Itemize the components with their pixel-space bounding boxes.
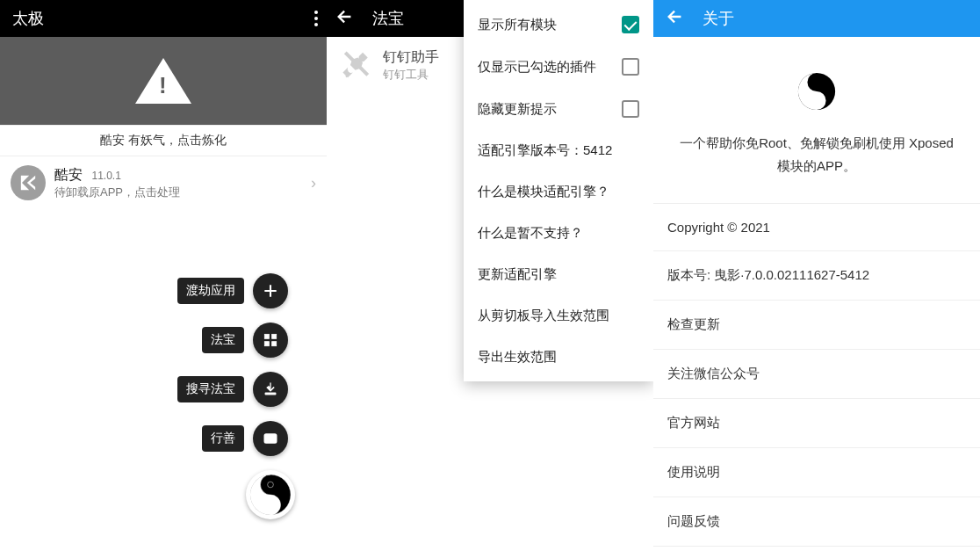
dots-icon [314,11,318,26]
tools-icon [339,47,374,83]
svg-point-9 [268,502,274,508]
svg-point-11 [814,79,819,84]
svg-point-8 [268,482,274,488]
app-info: 酷安 11.0.1 待卸载原APP，点击处理 [54,166,311,200]
menu-import-scope[interactable]: 从剪切板导入生效范围 [464,295,653,337]
fab-add-button[interactable] [253,273,288,308]
about-check-update[interactable]: 检查更新 [653,301,980,350]
app-list-item[interactable]: 酷安 11.0.1 待卸载原APP，点击处理 › [0,156,327,209]
menu-what-engine[interactable]: 什么是模块适配引擎？ [464,171,653,213]
warning-banner[interactable] [0,37,327,125]
about-website[interactable]: 官方网站 [653,399,980,448]
appbar-about: 关于 [653,0,980,37]
menu-label: 从剪切板导入生效范围 [478,308,609,324]
menu-label: 什么是模块适配引擎？ [478,184,609,200]
svg-rect-2 [264,342,269,346]
menu-label: 什么是暂不支持？ [478,225,583,242]
menu-show-checked[interactable]: 仅显示已勾选的插件 [464,46,653,88]
fab-money-button[interactable]: $ [253,421,288,456]
module-name: 钉钉助手 [383,48,439,67]
fab-download-button[interactable] [253,372,288,407]
about-wechat[interactable]: 关注微信公众号 [653,350,980,399]
app-icon [11,165,46,200]
svg-rect-0 [264,334,269,338]
dropdown-menu: 显示所有模块 仅显示已勾选的插件 隐藏更新提示 适配引擎版本号：5412 什么是… [464,0,653,381]
module-subtitle: 钉钉工具 [383,67,439,83]
app-name: 酷安 [54,167,83,182]
svg-rect-3 [272,342,277,346]
appbar-title: 法宝 [372,8,404,29]
about-description: 一个帮助你免Root、免解锁免刷机使用 Xposed 模块的APP。 [653,132,980,203]
fab-label-transfer: 渡劫应用 [177,278,244,304]
checkbox-icon [622,16,639,33]
appbar-title: 关于 [703,8,734,29]
menu-label: 显示所有模块 [478,17,557,33]
menu-engine-version[interactable]: 适配引擎版本号：5412 [464,130,653,171]
back-button[interactable] [666,7,685,30]
menu-label: 适配引擎版本号：5412 [478,142,612,159]
about-version[interactable]: 版本号: 曳影·7.0.0.02111627-5412 [653,251,980,301]
yinyang-icon [797,72,836,111]
appbar-main: 太极 [0,0,327,37]
yinyang-icon [249,474,292,516]
svg-rect-1 [272,334,277,338]
app-version: 11.0.1 [91,170,120,182]
app-subtitle: 待卸载原APP，点击处理 [54,185,311,200]
fab-label-donate: 行善 [202,425,244,452]
checkbox-icon [622,58,639,76]
appbar-title: 太极 [12,8,44,29]
overflow-menu-button[interactable] [314,0,318,37]
chevron-right-icon: › [311,174,316,192]
fab-grid-button[interactable] [253,323,288,358]
menu-what-unsupported[interactable]: 什么是暂不支持？ [464,213,653,254]
svg-rect-4 [265,393,276,395]
about-copyright: Copyright © 2021 [653,203,980,251]
menu-hide-update[interactable]: 隐藏更新提示 [464,88,653,130]
menu-label: 隐藏更新提示 [478,101,557,118]
banner-text[interactable]: 酷安 有妖气，点击炼化 [0,125,327,156]
menu-show-all[interactable]: 显示所有模块 [464,4,653,46]
back-button[interactable] [335,7,355,30]
warning-icon [135,58,191,104]
fab-main-button[interactable] [246,470,295,519]
module-info: 钉钉助手 钉钉工具 [383,48,439,83]
menu-export-scope[interactable]: 导出生效范围 [464,337,653,378]
fab-label-search: 搜寻法宝 [177,376,244,402]
menu-label: 导出生效范围 [478,349,557,366]
about-logo [653,37,980,132]
checkbox-icon [622,100,639,118]
fab-label-modules: 法宝 [202,327,244,353]
svg-point-12 [814,98,819,103]
menu-label: 仅显示已勾选的插件 [478,59,596,76]
about-usage[interactable]: 使用说明 [653,448,980,497]
menu-label: 更新适配引擎 [478,266,557,283]
menu-update-engine[interactable]: 更新适配引擎 [464,254,653,295]
about-feedback[interactable]: 问题反馈 [653,497,980,547]
